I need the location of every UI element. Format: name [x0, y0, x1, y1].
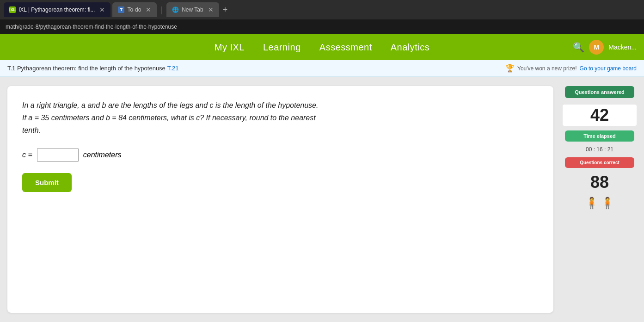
- prize-text: You've won a new prize!: [517, 65, 577, 72]
- tab-ixl[interactable]: IXL IXL | Pythagorean theorem: fi... ✕: [4, 2, 110, 17]
- address-text: math/grade-8/pythagorean-theorem-find-th…: [6, 24, 177, 30]
- timer-display: 00 : 16 : 21: [565, 146, 634, 153]
- ixl-tab-icon: IXL: [9, 6, 16, 13]
- tab-close-ixl[interactable]: ✕: [99, 6, 105, 13]
- score-value: 88: [590, 173, 609, 192]
- questions-answered-card: Questions answered: [565, 86, 634, 98]
- breadcrumb-link[interactable]: T.21: [167, 65, 179, 72]
- tab-todo[interactable]: T To-do ✕: [112, 2, 157, 17]
- input-label: c =: [22, 151, 32, 159]
- nav-bar: My IXL Learning Assessment Analytics 🔍 M…: [0, 34, 644, 60]
- questions-answered-value: 42: [563, 105, 637, 126]
- person-icon-2: 🧍: [601, 197, 614, 210]
- unit-label: centimeters: [83, 151, 122, 159]
- tab-close-todo[interactable]: ✕: [146, 6, 151, 13]
- breadcrumb-bar: T.1 Pythagorean theorem: find the length…: [0, 60, 644, 77]
- answer-input[interactable]: [37, 148, 79, 162]
- browser-chrome: IXL IXL | Pythagorean theorem: fi... ✕ T…: [0, 0, 644, 19]
- main-content: In a right triangle, a and b are the len…: [0, 77, 644, 322]
- tab-newtab[interactable]: 🌐 New Tab ✕: [166, 2, 219, 17]
- avatar: M: [589, 40, 604, 55]
- person-icon-1: 🧍: [585, 197, 599, 210]
- time-elapsed-label: Time elapsed: [571, 133, 628, 139]
- time-card: Time elapsed: [565, 130, 634, 142]
- question-line2: If a = 35 centimeters and b = 84 centime…: [22, 114, 316, 122]
- answer-row: c = centimeters: [22, 148, 539, 162]
- nav-learning[interactable]: Learning: [263, 42, 301, 53]
- right-sidebar: Questions answered 42 Time elapsed 00 : …: [563, 86, 637, 313]
- tab-label-todo: To-do: [127, 6, 141, 13]
- new-tab-button[interactable]: +: [223, 5, 228, 15]
- game-board-link[interactable]: Go to your game board: [580, 65, 637, 72]
- newtab-icon: 🌐: [172, 6, 179, 13]
- score-label: Questions correct: [570, 160, 630, 165]
- question-line3: tenth.: [22, 126, 41, 134]
- prize-notice: 🏆 You've won a new prize! Go to your gam…: [505, 64, 637, 73]
- score-section: Questions correct: [565, 157, 634, 168]
- question-panel: In a right triangle, a and b are the len…: [7, 86, 553, 313]
- search-icon[interactable]: 🔍: [573, 42, 584, 53]
- todo-tab-icon: T: [118, 6, 124, 13]
- people-icons: 🧍 🧍: [585, 197, 614, 210]
- nav-my-ixl[interactable]: My IXL: [215, 42, 245, 53]
- questions-answered-label: Questions answered: [570, 89, 630, 95]
- question-text: In a right triangle, a and b are the len…: [22, 99, 539, 137]
- nav-analytics[interactable]: Analytics: [391, 42, 430, 53]
- username-label: Macken...: [608, 43, 637, 51]
- nav-assessment[interactable]: Assessment: [319, 42, 372, 53]
- nav-right: 🔍 M Macken...: [573, 40, 637, 55]
- trophy-icon: 🏆: [505, 64, 515, 73]
- question-line1: In a right triangle, a and b are the len…: [22, 101, 318, 109]
- tab-label-ixl: IXL | Pythagorean theorem: fi...: [18, 6, 95, 13]
- submit-button[interactable]: Submit: [22, 173, 72, 192]
- tab-label-newtab: New Tab: [182, 6, 203, 13]
- breadcrumb-text: T.1 Pythagorean theorem: find the length…: [7, 65, 166, 72]
- tab-close-newtab[interactable]: ✕: [208, 6, 214, 13]
- address-bar: math/grade-8/pythagorean-theorem-find-th…: [0, 19, 644, 34]
- tab-separator: |: [160, 5, 163, 15]
